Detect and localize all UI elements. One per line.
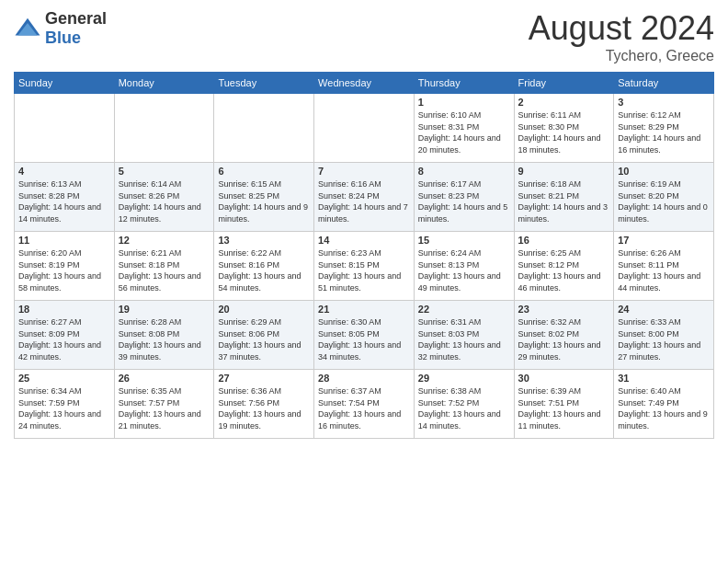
day-cell-1-1: 5Sunrise: 6:14 AMSunset: 8:26 PMDaylight… bbox=[114, 163, 214, 232]
day-cell-2-1: 12Sunrise: 6:21 AMSunset: 8:18 PMDayligh… bbox=[114, 232, 214, 301]
daylight-info: Daylight: 13 hours and 49 minutes. bbox=[418, 270, 510, 293]
day-number: 9 bbox=[518, 166, 610, 177]
day-number: 20 bbox=[218, 304, 310, 315]
weekday-header-row: Sunday Monday Tuesday Wednesday Thursday… bbox=[15, 73, 714, 94]
sunset-info: Sunset: 8:16 PM bbox=[218, 259, 310, 271]
day-number: 14 bbox=[318, 235, 410, 246]
daylight-info: Daylight: 14 hours and 5 minutes. bbox=[418, 201, 510, 224]
sunset-info: Sunset: 8:25 PM bbox=[218, 190, 310, 202]
day-cell-0-0 bbox=[15, 94, 115, 163]
sunset-info: Sunset: 8:20 PM bbox=[618, 190, 710, 202]
day-number: 29 bbox=[418, 373, 510, 384]
sunset-info: Sunset: 8:19 PM bbox=[18, 259, 110, 271]
day-number: 30 bbox=[518, 373, 610, 384]
sunset-info: Sunset: 8:30 PM bbox=[518, 121, 610, 133]
header-tuesday: Tuesday bbox=[214, 73, 314, 94]
day-cell-2-2: 13Sunrise: 6:22 AMSunset: 8:16 PMDayligh… bbox=[214, 232, 314, 301]
month-year: August 2024 bbox=[529, 9, 714, 48]
sunset-info: Sunset: 7:49 PM bbox=[618, 397, 710, 409]
sunrise-info: Sunrise: 6:10 AM bbox=[418, 109, 510, 121]
sunrise-info: Sunrise: 6:35 AM bbox=[119, 385, 210, 397]
sunset-info: Sunset: 7:52 PM bbox=[418, 397, 510, 409]
day-cell-1-3: 7Sunrise: 6:16 AMSunset: 8:24 PMDaylight… bbox=[314, 163, 415, 232]
sunset-info: Sunset: 8:08 PM bbox=[119, 328, 210, 340]
sunset-info: Sunset: 8:11 PM bbox=[618, 259, 710, 271]
sunset-info: Sunset: 8:23 PM bbox=[418, 190, 510, 202]
header-friday: Friday bbox=[514, 73, 614, 94]
sunrise-info: Sunrise: 6:22 AM bbox=[218, 247, 310, 259]
day-cell-0-2 bbox=[214, 94, 314, 163]
sunrise-info: Sunrise: 6:24 AM bbox=[418, 247, 510, 259]
sunrise-info: Sunrise: 6:13 AM bbox=[18, 178, 110, 190]
day-number: 16 bbox=[518, 235, 610, 246]
sunset-info: Sunset: 8:29 PM bbox=[618, 121, 710, 133]
logo-icon bbox=[14, 15, 41, 42]
sunrise-info: Sunrise: 6:38 AM bbox=[418, 385, 510, 397]
sunrise-info: Sunrise: 6:11 AM bbox=[518, 109, 610, 121]
day-number: 22 bbox=[418, 304, 510, 315]
daylight-info: Daylight: 14 hours and 7 minutes. bbox=[318, 201, 410, 224]
location: Tychero, Greece bbox=[529, 48, 714, 64]
sunrise-info: Sunrise: 6:28 AM bbox=[119, 316, 210, 328]
calendar: Sunday Monday Tuesday Wednesday Thursday… bbox=[14, 72, 714, 439]
sunset-info: Sunset: 7:57 PM bbox=[119, 397, 210, 409]
daylight-info: Daylight: 14 hours and 3 minutes. bbox=[518, 201, 610, 224]
day-number: 15 bbox=[418, 235, 510, 246]
header-monday: Monday bbox=[114, 73, 214, 94]
sunrise-info: Sunrise: 6:17 AM bbox=[418, 178, 510, 190]
daylight-info: Daylight: 13 hours and 54 minutes. bbox=[218, 270, 310, 293]
day-number: 11 bbox=[18, 235, 110, 246]
daylight-info: Daylight: 13 hours and 37 minutes. bbox=[218, 339, 310, 362]
sunrise-info: Sunrise: 6:23 AM bbox=[318, 247, 410, 259]
daylight-info: Daylight: 13 hours and 29 minutes. bbox=[518, 339, 610, 362]
sunset-info: Sunset: 8:15 PM bbox=[318, 259, 410, 271]
day-number: 17 bbox=[618, 235, 710, 246]
sunset-info: Sunset: 8:06 PM bbox=[218, 328, 310, 340]
day-cell-1-4: 8Sunrise: 6:17 AMSunset: 8:23 PMDaylight… bbox=[414, 163, 514, 232]
daylight-info: Daylight: 13 hours and 46 minutes. bbox=[518, 270, 610, 293]
daylight-info: Daylight: 13 hours and 32 minutes. bbox=[418, 339, 510, 362]
day-number: 31 bbox=[618, 373, 710, 384]
week-row-3: 18Sunrise: 6:27 AMSunset: 8:09 PMDayligh… bbox=[15, 301, 714, 370]
sunrise-info: Sunrise: 6:34 AM bbox=[18, 385, 110, 397]
week-row-2: 11Sunrise: 6:20 AMSunset: 8:19 PMDayligh… bbox=[15, 232, 714, 301]
day-number: 25 bbox=[18, 373, 110, 384]
daylight-info: Daylight: 14 hours and 16 minutes. bbox=[618, 132, 710, 155]
sunrise-info: Sunrise: 6:12 AM bbox=[618, 109, 710, 121]
day-cell-2-3: 14Sunrise: 6:23 AMSunset: 8:15 PMDayligh… bbox=[314, 232, 415, 301]
day-number: 13 bbox=[218, 235, 310, 246]
day-number: 3 bbox=[618, 97, 710, 108]
sunrise-info: Sunrise: 6:15 AM bbox=[218, 178, 310, 190]
sunrise-info: Sunrise: 6:16 AM bbox=[318, 178, 410, 190]
daylight-info: Daylight: 13 hours and 56 minutes. bbox=[119, 270, 210, 293]
week-row-0: 1Sunrise: 6:10 AMSunset: 8:31 PMDaylight… bbox=[15, 94, 714, 163]
day-number: 4 bbox=[18, 166, 110, 177]
sunrise-info: Sunrise: 6:31 AM bbox=[418, 316, 510, 328]
day-cell-1-2: 6Sunrise: 6:15 AMSunset: 8:25 PMDaylight… bbox=[214, 163, 314, 232]
daylight-info: Daylight: 13 hours and 39 minutes. bbox=[119, 339, 210, 362]
sunrise-info: Sunrise: 6:14 AM bbox=[119, 178, 210, 190]
sunrise-info: Sunrise: 6:20 AM bbox=[18, 247, 110, 259]
sunrise-info: Sunrise: 6:37 AM bbox=[318, 385, 410, 397]
daylight-info: Daylight: 14 hours and 20 minutes. bbox=[418, 132, 510, 155]
sunrise-info: Sunrise: 6:36 AM bbox=[218, 385, 310, 397]
day-cell-2-6: 17Sunrise: 6:26 AMSunset: 8:11 PMDayligh… bbox=[614, 232, 714, 301]
sunset-info: Sunset: 8:18 PM bbox=[119, 259, 210, 271]
daylight-info: Daylight: 14 hours and 14 minutes. bbox=[18, 201, 110, 224]
week-row-1: 4Sunrise: 6:13 AMSunset: 8:28 PMDaylight… bbox=[15, 163, 714, 232]
sunset-info: Sunset: 8:24 PM bbox=[318, 190, 410, 202]
sunset-info: Sunset: 8:09 PM bbox=[18, 328, 110, 340]
day-cell-4-2: 27Sunrise: 6:36 AMSunset: 7:56 PMDayligh… bbox=[214, 370, 314, 439]
day-cell-2-4: 15Sunrise: 6:24 AMSunset: 8:13 PMDayligh… bbox=[414, 232, 514, 301]
daylight-info: Daylight: 13 hours and 21 minutes. bbox=[119, 408, 210, 431]
day-number: 10 bbox=[618, 166, 710, 177]
day-cell-0-6: 3Sunrise: 6:12 AMSunset: 8:29 PMDaylight… bbox=[614, 94, 714, 163]
day-cell-4-6: 31Sunrise: 6:40 AMSunset: 7:49 PMDayligh… bbox=[614, 370, 714, 439]
day-cell-3-4: 22Sunrise: 6:31 AMSunset: 8:03 PMDayligh… bbox=[414, 301, 514, 370]
day-number: 23 bbox=[518, 304, 610, 315]
day-cell-4-0: 25Sunrise: 6:34 AMSunset: 7:59 PMDayligh… bbox=[15, 370, 115, 439]
day-cell-3-1: 19Sunrise: 6:28 AMSunset: 8:08 PMDayligh… bbox=[114, 301, 214, 370]
sunset-info: Sunset: 7:59 PM bbox=[18, 397, 110, 409]
sunset-info: Sunset: 8:12 PM bbox=[518, 259, 610, 271]
day-cell-4-1: 26Sunrise: 6:35 AMSunset: 7:57 PMDayligh… bbox=[114, 370, 214, 439]
